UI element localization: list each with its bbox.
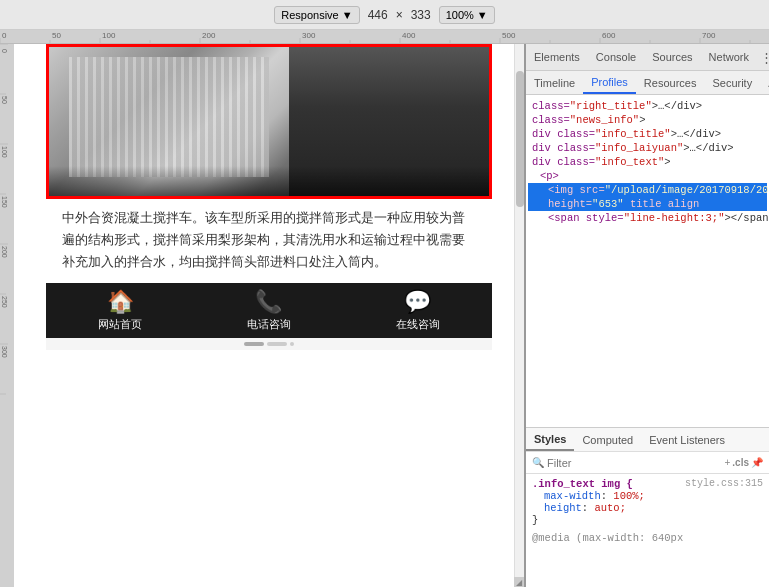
- html-val-9: "line-height:3;": [624, 212, 725, 224]
- nav-phone[interactable]: 📞 电话咨询: [247, 291, 291, 332]
- html-line-1[interactable]: class="right_title">…</div>: [528, 99, 767, 113]
- page-scrollbar[interactable]: ◢: [514, 44, 524, 587]
- css-prop-row-2: height: auto;: [544, 502, 763, 514]
- html-val-3: "info_title": [595, 128, 671, 140]
- tab-network[interactable]: Network: [701, 44, 757, 70]
- styles-panel: Styles Computed Event Listeners 🔍 + .cls…: [526, 427, 769, 587]
- filter-add-icon[interactable]: +: [724, 457, 730, 468]
- svg-text:100: 100: [102, 31, 116, 40]
- scroll-indicator: [46, 338, 492, 350]
- machinery-image: [49, 47, 489, 196]
- svg-text:150: 150: [1, 196, 8, 208]
- svg-text:250: 250: [1, 296, 8, 308]
- css-prop-name-1: max-width: [544, 490, 601, 502]
- svg-text:300: 300: [302, 31, 316, 40]
- css-colon-1: :: [601, 490, 614, 502]
- viewport-height: 333: [411, 8, 431, 22]
- html-line-3[interactable]: div class="info_title">…</div>: [528, 127, 767, 141]
- zoom-arrow: ▼: [477, 9, 488, 21]
- tab-security[interactable]: Security: [704, 71, 760, 94]
- html-text-8: title align: [624, 198, 700, 210]
- tab-console[interactable]: Console: [588, 44, 644, 70]
- html-val-1: "right_title": [570, 100, 652, 112]
- tab-elements[interactable]: Elements: [526, 44, 588, 70]
- svg-text:700: 700: [702, 31, 716, 40]
- elements-panel: class="right_title">…</div> class="news_…: [526, 95, 769, 427]
- css-props-1: max-width: 100%; height: auto;: [532, 490, 763, 514]
- css-prop-val-2: auto;: [594, 502, 626, 514]
- viewport-width: 446: [368, 8, 388, 22]
- nav-chat[interactable]: 💬 在线咨询: [396, 291, 440, 332]
- css-brace: }: [532, 514, 538, 526]
- html-text-1: >…</div>: [652, 100, 702, 112]
- html-line-4[interactable]: div class="info_laiyuan">…</div>: [528, 141, 767, 155]
- responsive-arrow: ▼: [342, 9, 353, 21]
- top-toolbar: Responsive ▼ 446 × 333 100% ▼: [0, 0, 769, 30]
- html-text-2: >: [639, 114, 645, 126]
- styles-filter-input[interactable]: [547, 457, 722, 469]
- devtools-more-icon[interactable]: ⋮: [757, 50, 769, 65]
- zoom-level: 100%: [446, 9, 474, 21]
- responsive-label: Responsive: [281, 9, 338, 21]
- svg-text:200: 200: [1, 246, 8, 258]
- html-tag-4: div class=: [532, 142, 595, 154]
- svg-text:300: 300: [1, 346, 8, 358]
- media-query-text: @media (max-width: 640px: [532, 532, 683, 544]
- html-tag-9: <span style=: [548, 212, 624, 224]
- phone-icon: 📞: [255, 291, 282, 313]
- tab-resources[interactable]: Resources: [636, 71, 705, 94]
- html-val-7: "/upload/image/20170918/20170918110900 4…: [605, 184, 769, 196]
- tab-audits[interactable]: Audits: [760, 71, 769, 94]
- filter-cls-btn[interactable]: .cls: [732, 457, 749, 468]
- html-line-9[interactable]: <span style="line-height:3;"></span>: [528, 211, 767, 225]
- article-content: 中外合资混凝土搅拌车。该车型所采用的搅拌筒形式是一种应用较为普遍的结构形式，搅拌…: [62, 210, 465, 269]
- css-rule-1: .info_text img { style.css:315 max-width…: [532, 478, 763, 526]
- svg-text:600: 600: [602, 31, 616, 40]
- filter-pin-icon[interactable]: 📌: [751, 457, 763, 468]
- html-tag-8: height=: [548, 198, 592, 210]
- nav-home[interactable]: 🏠 网站首页: [98, 291, 142, 332]
- tab-sources[interactable]: Sources: [644, 44, 700, 70]
- tab-profiles[interactable]: Profiles: [583, 71, 636, 94]
- simulated-page: 中外合资混凝土搅拌车。该车型所采用的搅拌筒形式是一种应用较为普遍的结构形式，搅拌…: [14, 44, 524, 587]
- chat-icon: 💬: [404, 291, 431, 313]
- article-text: 中外合资混凝土搅拌车。该车型所采用的搅拌筒形式是一种应用较为普遍的结构形式，搅拌…: [46, 199, 492, 281]
- css-rule-1-header: .info_text img { style.css:315: [532, 478, 763, 490]
- styles-tab-computed[interactable]: Computed: [574, 428, 641, 451]
- resize-handle[interactable]: ◢: [514, 577, 524, 587]
- html-line-6[interactable]: <p>: [528, 169, 767, 183]
- responsive-button[interactable]: Responsive ▼: [274, 6, 359, 24]
- html-tag-5: div class=: [532, 156, 595, 168]
- svg-text:500: 500: [502, 31, 516, 40]
- html-text-3: >…</div>: [671, 128, 721, 140]
- html-line-2[interactable]: class="news_info">: [528, 113, 767, 127]
- page-preview: 0 50 100 150 200 250 300: [0, 44, 524, 587]
- html-line-8[interactable]: height="653" title align: [528, 197, 767, 211]
- css-colon-2: :: [582, 502, 595, 514]
- home-icon: 🏠: [107, 291, 134, 313]
- html-tag-6: <p>: [540, 170, 559, 182]
- scrollbar-thumb[interactable]: [516, 71, 524, 207]
- css-content: .info_text img { style.css:315 max-width…: [526, 474, 769, 587]
- css-prop-val-1: 100%;: [613, 490, 645, 502]
- zoom-button[interactable]: 100% ▼: [439, 6, 495, 24]
- devtools-actions: ⋮ ✕: [757, 50, 769, 65]
- svg-text:200: 200: [202, 31, 216, 40]
- ruler-vertical: 0 50 100 150 200 250 300: [0, 44, 14, 587]
- html-line-7-selected[interactable]: <img src="/upload/image/20170918/2017091…: [528, 183, 767, 197]
- devtools-panel: Elements Console Sources Network ⋮ ✕ Tim…: [524, 44, 769, 587]
- tab-timeline[interactable]: Timeline: [526, 71, 583, 94]
- app-container: Responsive ▼ 446 × 333 100% ▼: [0, 0, 769, 587]
- styles-tab-events[interactable]: Event Listeners: [641, 428, 733, 451]
- html-val-8: "653": [592, 198, 624, 210]
- html-line-5[interactable]: div class="info_text">: [528, 155, 767, 169]
- styles-tab-styles[interactable]: Styles: [526, 428, 574, 451]
- svg-text:0: 0: [1, 49, 8, 53]
- ruler-horizontal: 0 50 100 200 300 400 500 600 700: [0, 30, 769, 44]
- html-text-4: >…</div>: [683, 142, 733, 154]
- devtools-tabs-row-2: Timeline Profiles Resources Security Aud…: [526, 71, 769, 95]
- svg-text:50: 50: [1, 96, 8, 104]
- css-prop-name-2: height: [544, 502, 582, 514]
- scroll-dot-1: [244, 342, 264, 346]
- svg-text:0: 0: [2, 31, 7, 40]
